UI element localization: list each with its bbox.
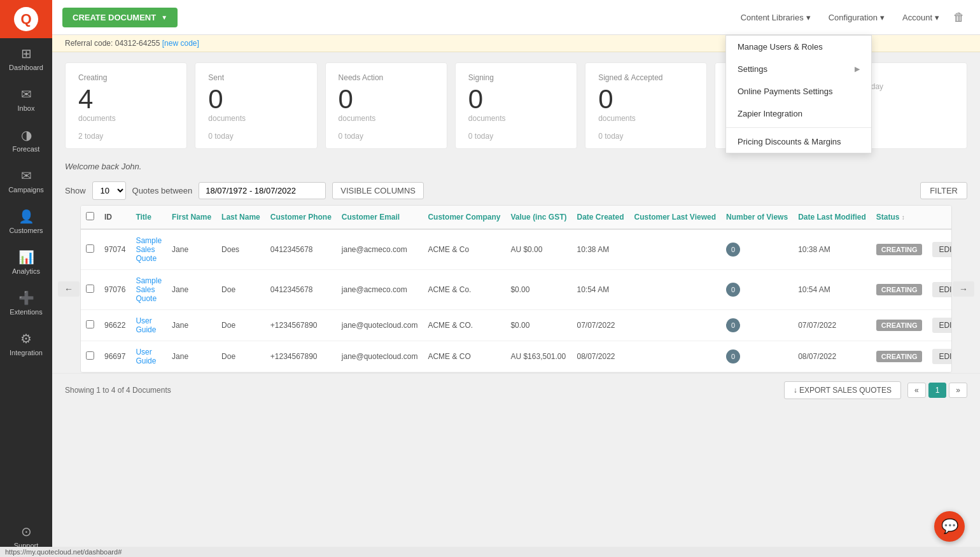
- sidebar-item-label: Integration: [10, 349, 43, 356]
- sidebar-item-extensions[interactable]: ➕ Extentions: [0, 283, 52, 323]
- sidebar-item-integration[interactable]: ⚙ Integration: [0, 323, 52, 364]
- th-last-name[interactable]: Last Name: [216, 206, 265, 229]
- row-checkbox-cell: [81, 341, 99, 372]
- stat-number-needs-action: 0: [339, 86, 434, 113]
- dropdown-zapier[interactable]: Zapier Integration: [726, 102, 871, 125]
- row-title[interactable]: Sample Sales Quote: [130, 229, 167, 270]
- table-scroll[interactable]: ID Title First Name Last Name Customer P…: [81, 206, 951, 372]
- row-email: jane@acmeco.com: [337, 229, 423, 270]
- row-last-viewed: [629, 341, 721, 372]
- stat-number-signing: 0: [468, 86, 564, 113]
- row-actions: EDIT ▼: [927, 270, 951, 310]
- row-title[interactable]: User Guide: [130, 310, 167, 341]
- support-chat-button[interactable]: 💬: [934, 511, 965, 542]
- row-phone: +1234567890: [265, 341, 337, 372]
- table-scroll-left-button[interactable]: ←: [58, 281, 80, 297]
- stat-label-sent: Sent: [208, 73, 304, 82]
- th-checkbox: [81, 206, 99, 229]
- date-range-input[interactable]: [199, 182, 326, 199]
- content-libraries-button[interactable]: Content Libraries ▾: [732, 8, 820, 27]
- pagination-last-button[interactable]: »: [949, 383, 967, 398]
- row-edit-button[interactable]: EDIT: [932, 349, 951, 364]
- row-first-name: Jane: [167, 229, 216, 270]
- th-views[interactable]: Number of Views: [721, 206, 793, 229]
- inbox-icon: ✉: [21, 87, 32, 102]
- filter-row: Show 10 25 50 Quotes between VISIBLE COL…: [52, 176, 980, 205]
- filter-button[interactable]: FILTER: [920, 182, 967, 199]
- th-first-name[interactable]: First Name: [167, 206, 216, 229]
- extensions-icon: ➕: [18, 290, 34, 306]
- sidebar-item-dashboard[interactable]: ⊞ Dashboard: [0, 38, 52, 79]
- row-checkbox[interactable]: [86, 285, 94, 293]
- dropdown-online-payments[interactable]: Online Payments Settings: [726, 80, 871, 102]
- row-last-viewed: [629, 310, 721, 341]
- row-edit-button[interactable]: EDIT: [932, 242, 951, 257]
- stat-sub-creating: documents: [78, 114, 174, 123]
- stat-today-signed-accepted: 0 today: [598, 132, 694, 141]
- row-actions: EDIT ▼: [927, 310, 951, 341]
- show-select[interactable]: 10 25 50: [92, 181, 126, 200]
- account-label: Account: [902, 13, 932, 22]
- referral-new-code-link[interactable]: [new code]: [162, 39, 199, 48]
- row-edit-button[interactable]: EDIT: [932, 318, 951, 333]
- row-checkbox[interactable]: [86, 320, 94, 328]
- export-button[interactable]: ↓ EXPORT SALES QUOTES: [784, 381, 901, 399]
- stat-today-creating: 2 today: [78, 132, 174, 141]
- th-status[interactable]: Status ↕: [871, 206, 928, 229]
- integration-icon: ⚙: [20, 331, 32, 346]
- sidebar-item-forecast[interactable]: ◑ Forecast: [0, 120, 52, 160]
- sidebar-item-label: Analytics: [12, 267, 40, 275]
- th-phone[interactable]: Customer Phone: [265, 206, 337, 229]
- row-edit-button[interactable]: EDIT: [932, 282, 951, 297]
- row-date-created: 08/07/2022: [571, 341, 629, 372]
- table-wrapper: ← ID Title First Name Last Name Customer…: [67, 205, 965, 373]
- th-title[interactable]: Title: [130, 206, 167, 229]
- stat-card-needs-action: Needs Action 0 documents 0 today: [325, 62, 447, 149]
- pagination-current-button[interactable]: 1: [928, 383, 947, 398]
- th-id[interactable]: ID: [99, 206, 130, 229]
- th-value[interactable]: Value (inc GST): [505, 206, 571, 229]
- sidebar-item-inbox[interactable]: ✉ Inbox: [0, 79, 52, 120]
- create-document-button[interactable]: CREATE DOCUMENT ▼: [62, 8, 178, 27]
- row-title[interactable]: User Guide: [130, 341, 167, 372]
- row-title[interactable]: Sample Sales Quote: [130, 270, 167, 310]
- stat-number-creating: 4: [78, 86, 174, 113]
- stat-number-sent: 0: [208, 86, 304, 113]
- row-last-name: Does: [216, 229, 265, 270]
- th-company[interactable]: Customer Company: [423, 206, 505, 229]
- table-scroll-right-button[interactable]: →: [953, 281, 974, 297]
- row-date-modified: 07/07/2022: [793, 310, 871, 341]
- row-checkbox-cell: [81, 229, 99, 270]
- row-checkbox[interactable]: [86, 244, 94, 253]
- row-last-viewed: [629, 229, 721, 270]
- th-date-created[interactable]: Date Created: [571, 206, 629, 229]
- row-checkbox-cell: [81, 270, 99, 310]
- dropdown-manage-users[interactable]: Manage Users & Roles: [726, 36, 871, 58]
- stat-label-creating: Creating: [78, 73, 174, 82]
- stat-today-needs-action: 0 today: [339, 132, 434, 141]
- th-date-modified[interactable]: Date Last Modified: [793, 206, 871, 229]
- th-email[interactable]: Customer Email: [337, 206, 423, 229]
- sidebar-item-campaigns[interactable]: ✉ Campaigns: [0, 160, 52, 201]
- table-row: 97076 Sample Sales Quote Jane Doe 041234…: [81, 270, 951, 310]
- row-phone: 0412345678: [265, 270, 337, 310]
- dropdown-pricing[interactable]: Pricing Discounts & Margins: [726, 130, 871, 153]
- trash-icon[interactable]: 🗑: [948, 6, 970, 29]
- configuration-button[interactable]: Configuration ▾: [820, 8, 893, 27]
- dropdown-settings[interactable]: Settings ▶: [726, 58, 871, 80]
- sidebar-item-analytics[interactable]: 📊 Analytics: [0, 242, 52, 283]
- row-checkbox[interactable]: [86, 351, 94, 360]
- referral-text: Referral code: 04312-64255: [65, 39, 160, 48]
- sidebar-item-customers[interactable]: 👤 Customers: [0, 201, 52, 242]
- row-value: AU $163,501.00: [505, 341, 571, 372]
- row-company: ACME & CO: [423, 341, 505, 372]
- account-button[interactable]: Account ▾: [893, 8, 948, 27]
- select-all-checkbox[interactable]: [86, 212, 94, 220]
- row-value: $0.00: [505, 310, 571, 341]
- visible-columns-button[interactable]: VISIBLE COLUMNS: [332, 182, 424, 199]
- row-id: 96697: [99, 341, 130, 372]
- row-date-modified: 10:54 AM: [793, 270, 871, 310]
- pagination-first-button[interactable]: «: [907, 383, 926, 398]
- table-row: 96697 User Guide Jane Doe +1234567890 ja…: [81, 341, 951, 372]
- th-last-viewed[interactable]: Customer Last Viewed: [629, 206, 721, 229]
